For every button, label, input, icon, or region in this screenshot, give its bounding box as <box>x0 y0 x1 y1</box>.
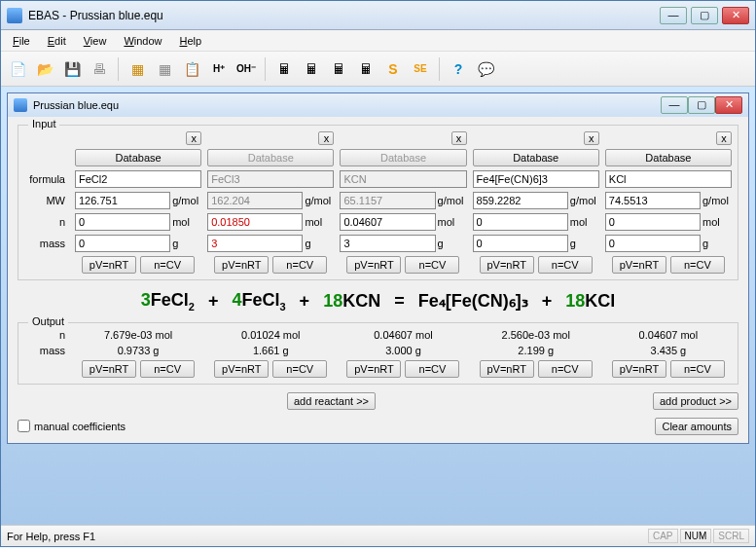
database-2-button: Database <box>340 149 466 166</box>
eq-term-5: 18KCl <box>565 291 615 312</box>
child-icon <box>14 98 27 112</box>
ncv-3-button[interactable]: n=CV <box>538 256 593 274</box>
mass-0-input[interactable] <box>75 235 170 252</box>
remove-col-3-button[interactable]: x <box>584 131 599 145</box>
database-0-button[interactable]: Database <box>75 149 201 166</box>
ohminus-icon[interactable]: OH⁻ <box>234 56 259 82</box>
pvnrt-1-button[interactable]: pV=nRT <box>214 256 269 274</box>
out-ncv-4-button[interactable]: n=CV <box>670 360 725 378</box>
ncv-0-button[interactable]: n=CV <box>140 256 195 274</box>
mass-label: mass <box>22 238 69 249</box>
out-ncv-2-button[interactable]: n=CV <box>405 360 459 378</box>
calc3-icon[interactable]: 🖩 <box>326 56 351 82</box>
out-ncv-0-button[interactable]: n=CV <box>140 360 195 378</box>
add-product-button[interactable]: add product >> <box>653 392 738 410</box>
out-pvnrt-3-button[interactable]: pV=nRT <box>480 360 534 378</box>
out-ncv-3-button[interactable]: n=CV <box>538 360 593 378</box>
n-4-input[interactable] <box>605 213 701 231</box>
add-reactant-button[interactable]: add reactant >> <box>287 392 376 410</box>
menu-edit[interactable]: Edit <box>40 33 74 49</box>
manual-coefficients-checkbox[interactable]: manual coefficients <box>18 420 126 432</box>
pvnrt-0-button[interactable]: pV=nRT <box>82 256 136 274</box>
menu-help[interactable]: Help <box>172 33 210 49</box>
table1-icon[interactable]: ▦ <box>125 56 150 82</box>
formula-1-input[interactable] <box>207 170 334 188</box>
menubar: File Edit View Window Help <box>1 30 755 52</box>
hplus-icon[interactable]: H⁺ <box>206 56 232 82</box>
db-s-icon[interactable]: S <box>380 56 406 82</box>
child-maximize-button[interactable]: ▢ <box>688 96 715 114</box>
doc-icon[interactable]: 📋 <box>179 56 204 82</box>
table2-icon[interactable]: ▦ <box>152 56 177 82</box>
help-icon[interactable]: ? <box>446 56 471 82</box>
db-se-icon[interactable]: SE <box>408 56 433 82</box>
info-icon[interactable]: 💬 <box>473 56 498 82</box>
database-3-button[interactable]: Database <box>473 149 599 166</box>
out-pvnrt-2-button[interactable]: pV=nRT <box>346 360 401 378</box>
remove-col-2-button[interactable]: x <box>451 131 467 145</box>
menu-view[interactable]: View <box>76 33 115 49</box>
out-n-3: 2.560e-03 mol <box>473 329 599 341</box>
equation-display: 3FeCl2+4FeCl3+18KCN=Fe₄[Fe(CN)₆]₃+18KCl <box>18 280 738 322</box>
statusbar: For Help, press F1 CAP NUM SCRL <box>1 525 755 546</box>
mw-1-input[interactable] <box>207 192 303 209</box>
n-2-input[interactable] <box>340 213 435 231</box>
ncv-2-button[interactable]: n=CV <box>405 256 459 274</box>
maximize-button[interactable]: ▢ <box>691 7 718 24</box>
mw-3-input[interactable] <box>473 192 568 209</box>
out-mass-3: 2.199 g <box>473 345 599 356</box>
print-icon[interactable]: 🖶 <box>87 56 112 82</box>
calc4-icon[interactable]: 🖩 <box>353 56 378 82</box>
formula-2-input[interactable] <box>340 170 466 188</box>
mass-3-input[interactable] <box>473 235 568 252</box>
mw-4-input[interactable] <box>605 192 701 209</box>
out-pvnrt-0-button[interactable]: pV=nRT <box>82 360 136 378</box>
mass-2-input[interactable] <box>340 235 435 252</box>
clear-amounts-button[interactable]: Clear amounts <box>655 418 738 435</box>
close-button[interactable]: ✕ <box>722 7 749 24</box>
pvnrt-3-button[interactable]: pV=nRT <box>480 256 534 274</box>
database-4-button[interactable]: Database <box>605 149 732 166</box>
pvnrt-4-button[interactable]: pV=nRT <box>612 256 666 274</box>
child-close-button[interactable]: ✕ <box>715 96 742 114</box>
eq-term-4: Fe₄[Fe(CN)₆]₃ <box>418 290 528 312</box>
n-1-input[interactable] <box>207 213 303 231</box>
mw-label: MW <box>22 195 69 206</box>
mass-4-input[interactable] <box>605 235 701 252</box>
menu-window[interactable]: Window <box>116 33 169 49</box>
out-pvnrt-4-button[interactable]: pV=nRT <box>612 360 666 378</box>
calc2-icon[interactable]: 🖩 <box>299 56 324 82</box>
n-0-input[interactable] <box>75 213 170 231</box>
child-title-text: Prussian blue.equ <box>33 99 119 111</box>
minimize-button[interactable]: — <box>660 7 687 24</box>
ncv-4-button[interactable]: n=CV <box>670 256 725 274</box>
manual-coefficients-input[interactable] <box>18 420 30 432</box>
ncv-1-button[interactable]: n=CV <box>272 256 327 274</box>
formula-3-input[interactable] <box>473 170 599 188</box>
remove-col-1-button[interactable]: x <box>318 131 334 145</box>
menu-file[interactable]: File <box>5 33 38 49</box>
n-3-input[interactable] <box>473 213 568 231</box>
output-legend: Output <box>28 315 68 327</box>
n-label: n <box>22 216 69 228</box>
mw-0-input[interactable] <box>75 192 170 209</box>
save-icon[interactable]: 💾 <box>59 56 85 82</box>
out-n-2: 0.04607 mol <box>340 329 466 341</box>
calc1-icon[interactable]: 🖩 <box>271 56 297 82</box>
formula-0-input[interactable] <box>75 170 201 188</box>
pvnrt-2-button[interactable]: pV=nRT <box>346 256 401 274</box>
mass-1-input[interactable] <box>207 235 303 252</box>
child-titlebar[interactable]: Prussian blue.equ — ▢ ✕ <box>8 93 748 117</box>
remove-col-0-button[interactable]: x <box>186 131 201 145</box>
formula-4-input[interactable] <box>605 170 732 188</box>
remove-col-4-button[interactable]: x <box>716 131 732 145</box>
open-icon[interactable]: 📂 <box>32 56 57 82</box>
new-icon[interactable]: 📄 <box>5 56 30 82</box>
out-ncv-1-button[interactable]: n=CV <box>272 360 327 378</box>
child-minimize-button[interactable]: — <box>661 96 688 114</box>
app-icon <box>7 8 22 23</box>
out-pvnrt-1-button[interactable]: pV=nRT <box>214 360 269 378</box>
mw-2-input[interactable] <box>340 192 435 209</box>
titlebar[interactable]: EBAS - Prussian blue.equ — ▢ ✕ <box>1 1 755 30</box>
out-n-1: 0.01024 mol <box>207 329 334 341</box>
